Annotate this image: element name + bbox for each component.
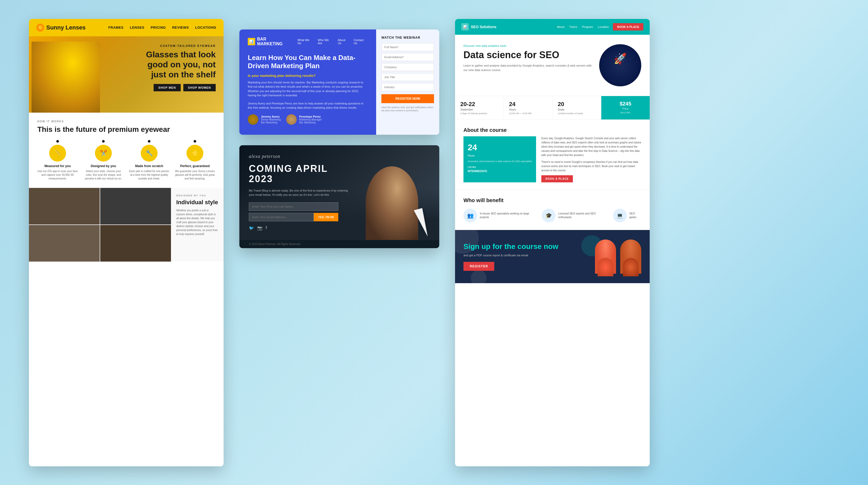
seo-nav-location[interactable]: Location <box>598 25 609 28</box>
bm-form: WATCH THE WEBINAR REGISTER NOW View this… <box>376 29 439 135</box>
seo-stat-dates-num: 20-22 <box>460 101 498 108</box>
cs-instagram-icon[interactable]: 📷 <box>257 225 262 231</box>
sl-feature-4: ⭐ Perfect, guaranteed We guarantee your … <box>175 140 215 181</box>
seo-stat-hours-sub: 10:00 AM — 6:00 PM <box>509 112 547 115</box>
seo-benefit-title: Who will benefit <box>463 198 641 204</box>
seo-nav-tutors[interactable]: Tutors <box>569 25 577 28</box>
bm-navbar: 📊 BAR MARKETING What We Do Who We Are Ab… <box>248 37 368 46</box>
seo-benefit-item-3: 💻 SEO geeks <box>613 209 641 222</box>
bm-register-btn[interactable]: REGISTER NOW <box>381 94 434 103</box>
sl-nav-pricing[interactable]: PRICING <box>151 26 166 29</box>
bm-speaker-2-info: Penelope Perez Marketing Manager Bar Mar… <box>299 115 322 124</box>
cs-social-links: 🐦 📷 f <box>249 225 350 231</box>
bm-form-note: View this webinar now, and get notificat… <box>381 106 434 112</box>
sl-shop-men-btn[interactable]: SHOP MEN <box>154 84 180 91</box>
seo-about-box: 24 Hours of practice and immersion in da… <box>463 136 536 182</box>
sl-photo-2 <box>100 188 171 224</box>
sl-feature-2-title: Designed by you <box>83 164 124 168</box>
bm-nav-contact[interactable]: Contact Us <box>354 38 368 45</box>
sl-hero: CUSTOM-TAILORED EYEWEAR Glasses that loo… <box>29 36 224 113</box>
cs-container: alexa peterson COMING APRIL 2023 My Trav… <box>239 145 439 240</box>
seo-benefit-icon-1: 👥 <box>463 209 477 222</box>
seo-nav-links: About Tutors Program Location <box>557 25 609 28</box>
seo-signup-title: Sign up for the course now <box>463 242 589 251</box>
seo-level-label: Level <box>468 165 532 169</box>
sl-hero-person <box>32 41 100 113</box>
seo-signup-desc: and get a PDF course report & certificat… <box>463 253 589 257</box>
sl-feature-1-title: Measured for you <box>37 164 78 168</box>
cs-twitter-icon[interactable]: 🐦 <box>249 225 254 231</box>
seo-person-right-icon <box>620 240 641 274</box>
seo-stat-seats-label: Seats <box>558 108 596 111</box>
sl-feature-4-title: Perfect, guaranteed <box>175 164 215 168</box>
bm-speaker-2-company: Bar Marketing <box>299 121 322 124</box>
sl-navbar: ☀️ Sunny Lenses FRAMES LENSES PRICING RE… <box>29 19 224 36</box>
cs-name-input[interactable] <box>249 202 338 211</box>
bm-fullname-input[interactable] <box>381 43 434 51</box>
seo-book-btn[interactable]: BOOK A PLACE <box>613 23 643 31</box>
seo-benefit-items: 👥 In-house SEO specialists working on la… <box>463 209 641 222</box>
seo-stat-dates: 20-22 September 3 days of intense practi… <box>455 96 504 119</box>
sl-photo-1 <box>29 188 100 224</box>
sl-icon-design: ✂️ <box>95 145 112 161</box>
cs-submit-btn[interactable]: YES, I'M IN! <box>314 213 338 221</box>
sun-icon: ☀️ <box>36 24 44 32</box>
bm-logo-text: BAR MARKETING <box>257 37 292 46</box>
sl-feature-3-text: Each pair is crafted for one person at a… <box>129 170 169 181</box>
seo-about-desc1: Every day, Google Analytics, Google Sear… <box>541 136 641 157</box>
sl-nav-locations[interactable]: LOCATIONS <box>195 26 216 29</box>
cs-author: alexa peterson <box>249 154 350 159</box>
bm-avatar-2 <box>286 114 297 125</box>
bm-jobtitle-input[interactable] <box>381 73 434 81</box>
cs-desc: My Travel Blog is almost ready. Be one o… <box>249 188 350 197</box>
bm-left: 📊 BAR MARKETING What We Do Who We Are Ab… <box>239 29 376 135</box>
sl-logo: ☀️ Sunny Lenses <box>36 24 103 32</box>
sl-feature-2-text: Select your style, choose your color, fi… <box>83 170 124 181</box>
rocket-icon: 🚀 <box>614 53 627 65</box>
sl-how-it-works: HOW IT WORKS This is the future of premi… <box>29 113 224 188</box>
sl-icon-measure: 📏 <box>49 145 66 161</box>
cs-footer-text: © 2023 Alexa Peterson. All Rights Reserv… <box>249 243 301 245</box>
cs-input-row: YES, I'M IN! <box>249 202 338 221</box>
seo-benefit-section: Who will benefit 👥 In-house SEO speciali… <box>455 190 650 230</box>
seo-place-btn[interactable]: BOOK A PLACE <box>541 175 573 182</box>
bm-speaker-2-role: Marketing Manager <box>299 118 322 121</box>
bm-subtitle: Is your marketing plan delivering result… <box>248 74 368 78</box>
sl-nav-reviews[interactable]: REVIEWS <box>172 26 189 29</box>
bm-speaker-1-info: Jeremy Avery Senior Marketing Bar Market… <box>261 115 281 124</box>
bm-logo-icon: 📊 <box>248 38 255 45</box>
bm-form-title: WATCH THE WEBINAR <box>381 36 434 39</box>
bm-nav-about[interactable]: About Us <box>338 38 349 45</box>
seo-stat-hours-label: Hours <box>509 108 547 111</box>
sl-shop-women-btn[interactable]: SHOP WOMEN <box>183 84 216 91</box>
seo-benefit-text-1: In-house SEO specialists working on larg… <box>480 212 535 219</box>
bm-industry-input[interactable] <box>381 83 434 91</box>
seo-logo-text: SEO Solutions <box>471 25 496 29</box>
seo-nav-about[interactable]: About <box>557 25 564 28</box>
sl-nav-lenses[interactable]: LENSES <box>130 26 145 29</box>
cs-facebook-icon[interactable]: f <box>266 225 267 231</box>
seo-stat-dates-label: September <box>460 108 498 111</box>
sl-photo-section: DESIGNED BY YOU Individual style Whether… <box>29 188 224 262</box>
seo-nav-program[interactable]: Program <box>582 25 593 28</box>
bm-nav-who[interactable]: Who We Are <box>318 38 334 45</box>
sl-feature-2: ✂️ Designed by you Select your style, ch… <box>83 140 124 181</box>
bm-company-input[interactable] <box>381 63 434 71</box>
seo-hero: Discover new data analytics tools Data s… <box>455 35 650 96</box>
seo-level-val: Intermediate <box>468 169 532 173</box>
sl-features-row: 📏 Measured for you Use our iOS app to sc… <box>37 140 215 181</box>
bm-title: Learn How You Can Make a Data-Driven Mar… <box>248 54 368 70</box>
main-container: ☀️ Sunny Lenses FRAMES LENSES PRICING RE… <box>13 3 855 482</box>
cs-email-input[interactable] <box>249 213 314 221</box>
bm-nav-what[interactable]: What We Do <box>298 38 313 45</box>
seo-person-left-icon <box>595 240 616 274</box>
sl-nav-frames[interactable]: FRAMES <box>108 26 124 29</box>
bm-email-input[interactable] <box>381 53 434 61</box>
cs-person-image <box>366 166 418 240</box>
seo-signup-btn[interactable]: REGISTER <box>463 262 494 271</box>
seo-benefit-item-2: 🎓 Licensed SEO experts and SEO enthusias… <box>542 209 607 222</box>
seo-signup-section: Sign up for the course now and get a PDF… <box>455 230 650 283</box>
sl-photo-grid <box>29 188 171 262</box>
seo-hero-desc: Learn to gather and analyse data provide… <box>463 63 593 72</box>
seo-about-box-text: of practice and immersion in data scienc… <box>468 160 532 163</box>
